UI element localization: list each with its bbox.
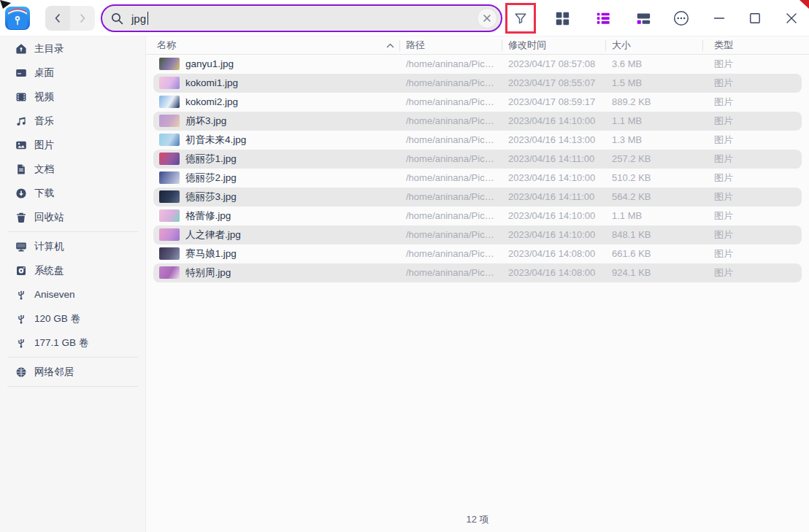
file-path: /home/aninana/Pic… bbox=[406, 244, 494, 263]
table-row[interactable]: ganyu1.jpg/home/aninana/Pic…2023/04/17 0… bbox=[153, 55, 802, 74]
list-view-icon bbox=[595, 10, 611, 26]
minimize-icon bbox=[712, 11, 726, 26]
sidebar-item-label: 177.1 GB 卷 bbox=[34, 336, 88, 350]
search-value: jpg bbox=[131, 12, 146, 25]
sidebar-item-usb[interactable]: 177.1 GB 卷 bbox=[0, 331, 145, 355]
table-row[interactable]: kokomi1.jpg/home/aninana/Pic…2023/04/17 … bbox=[153, 74, 802, 93]
file-list-panel: 名称 路径 修改时间 大小 类型 ganyu1.jpg/home/aninana… bbox=[146, 36, 809, 532]
sidebar-item-pictures[interactable]: 图片 bbox=[0, 133, 145, 157]
more-options-button[interactable] bbox=[672, 9, 690, 27]
annotation-highlight-box bbox=[505, 3, 536, 34]
file-name: 德丽莎3.jpg bbox=[185, 188, 237, 207]
back-button[interactable] bbox=[45, 6, 70, 31]
file-type: 图片 bbox=[714, 244, 733, 263]
sidebar-item-desktop[interactable]: 桌面 bbox=[0, 61, 145, 85]
file-path: /home/aninana/Pic… bbox=[406, 55, 494, 74]
column-separator bbox=[605, 40, 606, 51]
sidebar-item-label: 计算机 bbox=[34, 240, 64, 253]
more-options-icon bbox=[672, 9, 690, 27]
sidebar-item-usb[interactable]: 120 GB 卷 bbox=[0, 307, 145, 331]
list-view-button[interactable] bbox=[594, 9, 612, 27]
maximize-icon bbox=[748, 11, 762, 26]
close-icon bbox=[483, 14, 491, 23]
usb-icon bbox=[15, 312, 27, 325]
sidebar-item-network[interactable]: 网络邻居 bbox=[0, 360, 145, 384]
file-name: 初音未来4.jpg bbox=[185, 131, 246, 150]
downloads-icon bbox=[15, 187, 27, 199]
file-thumbnail bbox=[159, 171, 180, 184]
sidebar-item-videos[interactable]: 视频 bbox=[0, 85, 145, 109]
file-type: 图片 bbox=[714, 263, 733, 282]
file-name: 德丽莎2.jpg bbox=[185, 169, 237, 188]
table-row[interactable]: 德丽莎2.jpg/home/aninana/Pic…2023/04/16 14:… bbox=[153, 169, 802, 188]
sidebar-item-trash[interactable]: 回收站 bbox=[0, 205, 145, 229]
pictures-icon bbox=[15, 139, 27, 151]
column-header-name[interactable]: 名称 bbox=[157, 36, 176, 55]
file-size: 848.1 KB bbox=[612, 225, 651, 244]
file-mtime: 2023/04/16 14:08:00 bbox=[508, 263, 595, 282]
file-thumbnail bbox=[159, 96, 180, 108]
detail-view-icon bbox=[635, 10, 651, 26]
sidebar-item-system-disk[interactable]: 系统盘 bbox=[0, 258, 145, 282]
sidebar-item-computer[interactable]: 计算机 bbox=[0, 234, 145, 258]
sort-ascending-icon[interactable] bbox=[386, 41, 395, 50]
sidebar-item-label: 主目录 bbox=[34, 42, 64, 55]
forward-button[interactable] bbox=[70, 6, 95, 31]
file-size: 661.6 KB bbox=[612, 244, 651, 263]
table-row[interactable]: 崩坏3.jpg/home/aninana/Pic…2023/04/16 14:1… bbox=[153, 112, 802, 131]
file-type: 图片 bbox=[714, 150, 733, 169]
sidebar-item-label: 视频 bbox=[34, 90, 54, 104]
file-name: 崩坏3.jpg bbox=[185, 112, 226, 131]
minimize-button[interactable] bbox=[710, 9, 728, 27]
file-mtime: 2023/04/16 14:10:00 bbox=[508, 225, 595, 244]
column-header-path[interactable]: 路径 bbox=[406, 36, 425, 55]
table-row[interactable]: 德丽莎1.jpg/home/aninana/Pic…2023/04/16 14:… bbox=[153, 150, 802, 169]
detail-view-button[interactable] bbox=[634, 9, 652, 27]
sidebar-item-music[interactable]: 音乐 bbox=[0, 109, 145, 133]
table-row[interactable]: 赛马娘1.jpg/home/aninana/Pic…2023/04/16 14:… bbox=[153, 244, 802, 263]
sidebar-item-label: 下载 bbox=[34, 187, 54, 200]
sidebar-item-label: 音乐 bbox=[34, 115, 54, 128]
file-thumbnail bbox=[159, 209, 180, 222]
filter-button[interactable] bbox=[507, 5, 534, 31]
sidebar-item-usb[interactable]: Aniseven bbox=[0, 282, 145, 307]
clear-search-button[interactable] bbox=[477, 8, 497, 28]
file-size: 564.2 KB bbox=[612, 188, 651, 207]
sidebar-item-downloads[interactable]: 下载 bbox=[0, 181, 145, 205]
table-row[interactable]: 格蕾修.jpg/home/aninana/Pic…2023/04/16 14:1… bbox=[153, 207, 802, 225]
system-disk-icon bbox=[15, 264, 27, 277]
sidebar-item-label: 系统盘 bbox=[34, 264, 64, 277]
column-header-type[interactable]: 类型 bbox=[714, 36, 733, 55]
close-button[interactable] bbox=[783, 9, 800, 27]
sidebar-item-documents[interactable]: 文档 bbox=[0, 157, 145, 181]
videos-icon bbox=[15, 90, 27, 103]
file-type: 图片 bbox=[714, 55, 733, 74]
column-header-mtime[interactable]: 修改时间 bbox=[508, 36, 546, 55]
file-mtime: 2023/04/16 14:10:00 bbox=[508, 112, 595, 131]
search-input[interactable]: jpg bbox=[101, 4, 502, 32]
sidebar-item-home[interactable]: 主目录 bbox=[0, 36, 145, 61]
file-path: /home/aninana/Pic… bbox=[406, 112, 494, 131]
grid-view-button[interactable] bbox=[553, 9, 571, 27]
column-separator bbox=[399, 40, 400, 51]
sidebar-item-label: 回收站 bbox=[34, 211, 64, 224]
file-type: 图片 bbox=[714, 74, 733, 93]
computer-icon bbox=[15, 240, 27, 252]
table-row[interactable]: kokomi2.jpg/home/aninana/Pic…2023/04/17 … bbox=[153, 93, 802, 112]
table-row[interactable]: 人之律者.jpg/home/aninana/Pic…2023/04/16 14:… bbox=[153, 225, 802, 244]
maximize-button[interactable] bbox=[746, 9, 764, 27]
file-name: kokomi1.jpg bbox=[185, 74, 238, 93]
column-header-size[interactable]: 大小 bbox=[612, 36, 631, 55]
corner-red-marker bbox=[800, 0, 809, 9]
file-thumbnail bbox=[159, 266, 180, 279]
file-name: kokomi2.jpg bbox=[185, 93, 238, 112]
titlebar: jpg bbox=[0, 0, 809, 36]
file-mtime: 2023/04/16 14:13:00 bbox=[508, 131, 595, 150]
table-row[interactable]: 特别周.jpg/home/aninana/Pic…2023/04/16 14:0… bbox=[153, 263, 802, 282]
table-row[interactable]: 初音未来4.jpg/home/aninana/Pic…2023/04/16 14… bbox=[153, 131, 802, 150]
file-path: /home/aninana/Pic… bbox=[406, 93, 494, 112]
file-thumbnail bbox=[159, 190, 180, 203]
file-size: 1.1 MB bbox=[612, 207, 642, 225]
file-type: 图片 bbox=[714, 188, 733, 207]
table-row[interactable]: 德丽莎3.jpg/home/aninana/Pic…2023/04/16 14:… bbox=[153, 188, 802, 207]
